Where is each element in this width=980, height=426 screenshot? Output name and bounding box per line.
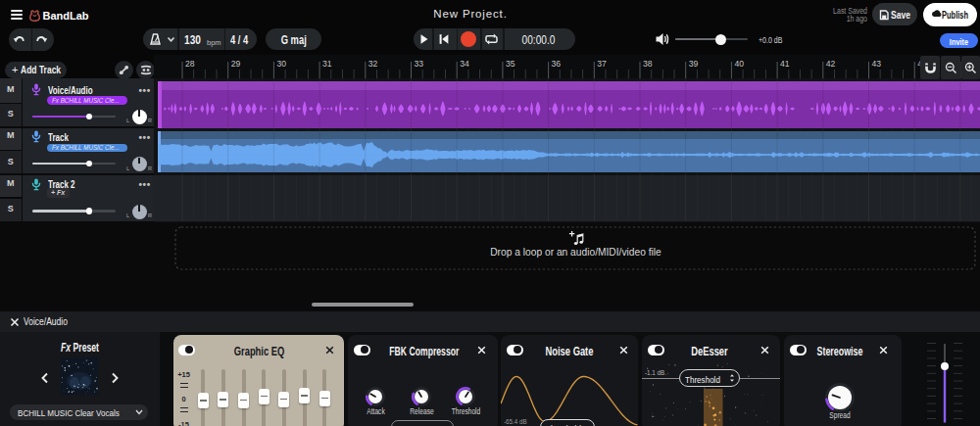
svg-text:43: 43 <box>872 59 882 69</box>
svg-text:37: 37 <box>597 59 607 69</box>
svg-text:33: 33 <box>415 59 424 69</box>
svg-text:42: 42 <box>826 59 836 69</box>
svg-text:34: 34 <box>460 59 469 69</box>
svg-text:35: 35 <box>506 59 515 69</box>
svg-text:39: 39 <box>689 59 699 69</box>
svg-text:30: 30 <box>276 59 286 69</box>
svg-text:41: 41 <box>780 59 790 69</box>
svg-text:36: 36 <box>552 59 562 69</box>
svg-text:28: 28 <box>185 59 195 69</box>
svg-text:32: 32 <box>368 59 378 69</box>
svg-text:38: 38 <box>643 59 653 69</box>
svg-text:31: 31 <box>322 59 332 69</box>
svg-text:40: 40 <box>734 59 744 69</box>
svg-text:29: 29 <box>231 59 241 69</box>
